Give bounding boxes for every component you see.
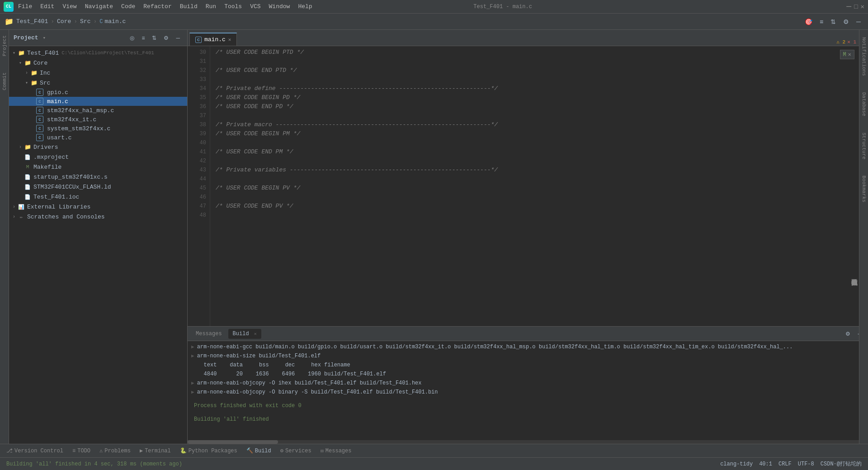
code-line bbox=[216, 75, 862, 84]
menu-window[interactable]: Window bbox=[265, 2, 294, 11]
build-text: text data bss dec hex filename bbox=[194, 361, 350, 369]
breadcrumb-file: C main.c bbox=[99, 18, 126, 25]
cursor-position[interactable]: 40:1 bbox=[756, 461, 775, 467]
scrollbar-thumb[interactable] bbox=[188, 440, 278, 444]
tab-main-c[interactable]: c main.c ✕ bbox=[189, 33, 237, 46]
bookmarks-label[interactable]: Bookmarks bbox=[861, 172, 867, 206]
m-close[interactable]: ✕ bbox=[848, 51, 851, 58]
menu-vcs[interactable]: VCS bbox=[246, 2, 264, 11]
python-packages-btn[interactable]: 🐍 Python Packages bbox=[177, 446, 240, 455]
menu-navigate[interactable]: Navigate bbox=[81, 2, 117, 11]
tree-item-ioc[interactable]: 📄 Test_F401.ioc bbox=[9, 192, 187, 202]
m-badge[interactable]: M ✕ bbox=[840, 50, 854, 59]
version-control-btn[interactable]: ⎇ Version Control bbox=[4, 446, 66, 455]
error-count[interactable]: ✕ 1 bbox=[847, 39, 856, 45]
file-c-icon: c bbox=[36, 134, 43, 141]
menu-file[interactable]: File bbox=[14, 2, 36, 11]
tree-item-inc[interactable]: › 📁 Inc bbox=[9, 68, 187, 78]
tree-item-hal-msp[interactable]: c stm32f4xx_hal_msp.c bbox=[9, 106, 187, 115]
structure-label[interactable]: Structure bbox=[861, 129, 867, 163]
menu-edit[interactable]: Edit bbox=[37, 2, 58, 11]
project-panel-label[interactable]: Project bbox=[2, 32, 7, 60]
toolbar-sort[interactable]: ⇅ bbox=[828, 16, 839, 27]
menu-bar: CL File Edit View Navigate Code Refactor… bbox=[0, 0, 868, 14]
tree-item-hal-it[interactable]: c stm32f4xx_it.c bbox=[9, 115, 187, 124]
tree-item-drivers[interactable]: › 📁 Drivers bbox=[9, 142, 187, 152]
line-num: 45 bbox=[188, 184, 206, 193]
project-dropdown-arrow[interactable]: ▾ bbox=[43, 35, 46, 41]
commit-panel-label[interactable]: Commit bbox=[2, 69, 7, 94]
project-panel-header: Project ▾ ◎ ≡ ⇅ ⚙ ─ bbox=[9, 30, 187, 46]
window-minimize[interactable]: ─ bbox=[846, 2, 851, 11]
tree-item-main[interactable]: c main.c bbox=[9, 97, 187, 106]
build-settings-btn[interactable]: ⚙ bbox=[843, 329, 853, 339]
terminal-btn[interactable]: ▶ Terminal bbox=[137, 446, 174, 455]
tree-item-src[interactable]: ▾ 📁 Src bbox=[9, 78, 187, 88]
tree-item-gpio[interactable]: c gpio.c bbox=[9, 88, 187, 97]
project-sort-btn[interactable]: ⇅ bbox=[149, 33, 159, 43]
tree-item-ext-libs[interactable]: › 📊 External Libraries bbox=[9, 202, 187, 212]
project-locate-btn[interactable]: ◎ bbox=[127, 33, 137, 43]
menu-view[interactable]: View bbox=[59, 2, 80, 11]
toolbar-locate[interactable]: 🎯 bbox=[802, 16, 815, 27]
build-scrollbar[interactable] bbox=[188, 440, 868, 444]
project-settings-btn[interactable]: ⚙ bbox=[161, 33, 171, 43]
code-editor[interactable]: 30 31 32 33 34 35 36 37 38 39 40 41 42 4… bbox=[188, 46, 868, 326]
build-tab[interactable]: Build ✕ bbox=[228, 329, 261, 339]
code-content[interactable]: /* USER CODE BEGIN PTD */ /* USER CODE E… bbox=[210, 46, 862, 326]
tree-item-system[interactable]: c system_stm32f4xx.c bbox=[9, 124, 187, 133]
tab-close-btn[interactable]: ✕ bbox=[228, 37, 231, 43]
ext-libs-icon: 📊 bbox=[17, 203, 25, 211]
messages-btn[interactable]: ✉ Messages bbox=[318, 446, 354, 455]
encoding[interactable]: UTF-8 bbox=[795, 461, 817, 467]
window-close[interactable]: ✕ bbox=[861, 3, 864, 10]
warning-count[interactable]: ⚠ 2 bbox=[836, 39, 845, 45]
menu-help[interactable]: Help bbox=[294, 2, 316, 11]
tree-item-startup[interactable]: 📄 startup_stm32f401xc.s bbox=[9, 172, 187, 182]
menu-refactor[interactable]: Refactor bbox=[140, 2, 175, 11]
menu-code[interactable]: Code bbox=[118, 2, 139, 11]
todo-icon: ≡ bbox=[72, 448, 75, 454]
line-ending[interactable]: CRLF bbox=[776, 461, 794, 467]
python-label: Python Packages bbox=[189, 448, 237, 454]
project-icon[interactable]: 📁 bbox=[5, 17, 14, 26]
database-label[interactable]: Database bbox=[861, 89, 867, 120]
todo-btn[interactable]: ≡ TODO bbox=[70, 447, 93, 455]
menu-tools[interactable]: Tools bbox=[221, 2, 245, 11]
breadcrumb-filename[interactable]: main.c bbox=[104, 18, 126, 25]
breadcrumb-project[interactable]: Test_F401 bbox=[16, 18, 48, 25]
project-collapse-btn[interactable]: ≡ bbox=[139, 33, 147, 43]
tree-item-mxproject[interactable]: 📄 .mxproject bbox=[9, 152, 187, 162]
services-btn[interactable]: ⚙ Services bbox=[278, 446, 314, 455]
tree-item-core[interactable]: ▾ 📁 Core bbox=[9, 58, 187, 68]
breadcrumb-core[interactable]: Core bbox=[57, 18, 71, 25]
menu-build[interactable]: Build bbox=[176, 2, 201, 11]
tree-item-scratches[interactable]: › ✏ Scratches and Consoles bbox=[9, 212, 187, 222]
file-type-status[interactable]: clang-tidy bbox=[717, 461, 755, 467]
toolbar-minimize[interactable]: ─ bbox=[854, 16, 863, 27]
toolbar-collapse[interactable]: ≡ bbox=[817, 16, 826, 27]
build-btn[interactable]: 🔨 Build bbox=[244, 446, 274, 455]
tree-arrow: ▾ bbox=[17, 60, 24, 66]
file-c-icon: c bbox=[36, 125, 43, 132]
notifications-label[interactable]: Notifications bbox=[861, 33, 867, 80]
extra-info[interactable]: CSDN·@打钻坨的 bbox=[818, 460, 864, 468]
tree-label: Makefile bbox=[33, 164, 61, 171]
code-line: /* Private define ----------------------… bbox=[216, 84, 862, 93]
tree-item-root[interactable]: ▾ 📁 Test_F401 C:\Clion\ClionProject\Test… bbox=[9, 48, 187, 58]
messages-tab[interactable]: Messages bbox=[191, 329, 226, 339]
menu-run[interactable]: Run bbox=[202, 2, 220, 11]
project-hide-btn[interactable]: ─ bbox=[173, 33, 183, 43]
toolbar-settings[interactable]: ⚙ bbox=[840, 16, 852, 27]
line-num: 35 bbox=[188, 93, 206, 102]
line-num: 30 bbox=[188, 48, 206, 57]
code-line bbox=[216, 211, 862, 220]
window-maximize[interactable]: □ bbox=[854, 3, 858, 10]
tree-item-usart[interactable]: c usart.c bbox=[9, 133, 187, 142]
problems-btn[interactable]: ⚠ Problems bbox=[97, 446, 133, 455]
tree-item-makefile[interactable]: M Makefile bbox=[9, 162, 187, 172]
tree-item-flash[interactable]: 📄 STM32F401CCUx_FLASH.ld bbox=[9, 182, 187, 192]
breadcrumb-src[interactable]: Src bbox=[80, 18, 90, 25]
build-tab-close[interactable]: ✕ bbox=[254, 332, 257, 337]
line-num: 47 bbox=[188, 202, 206, 211]
